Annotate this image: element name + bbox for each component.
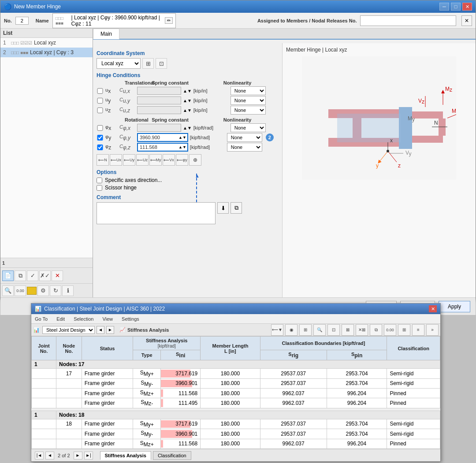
new-button[interactable]: 📄 [2, 270, 14, 281]
assigned-delete-button[interactable]: ✕ [461, 15, 472, 26]
nonlin-uz[interactable]: None [231, 106, 266, 115]
scissor-hinge-check[interactable] [97, 185, 102, 191]
close-button[interactable]: ✕ [462, 3, 472, 11]
checkbox-ux[interactable] [97, 88, 104, 94]
comment-expand-btn[interactable]: ⬇ [217, 202, 229, 214]
copy-button[interactable]: ⧉ [15, 270, 26, 281]
sub-tool-6[interactable]: ⊠ [342, 324, 354, 336]
input-phix[interactable] [137, 124, 181, 132]
sub-tool-7[interactable]: ✕⊠ [356, 324, 368, 336]
coord-btn2[interactable]: ⊡ [156, 58, 167, 69]
sub-tool-10[interactable]: ⊞ [398, 324, 410, 336]
coord-btn1[interactable]: ⊞ [142, 58, 154, 69]
hinge-icon-vx[interactable]: ⟵Vx [163, 154, 175, 166]
hinge-icon-phy[interactable]: ⟵φy [176, 154, 188, 166]
comment-area: ⬇ ⧉ [97, 202, 279, 224]
hinge-icon-cross[interactable]: ⊕ [189, 154, 201, 166]
spin-uz[interactable]: ▲▼ [183, 108, 192, 113]
input-uz[interactable] [137, 106, 181, 114]
hinge-icon-uz[interactable]: ⟵Uz [136, 154, 149, 166]
list-item[interactable]: 2 □□□ ■■■ Local xyz | Cφy : 3 [0, 48, 93, 57]
tab-bar: Main [93, 29, 476, 40]
search-button[interactable]: 🔍 [2, 285, 14, 296]
apply-button[interactable]: Apply [439, 301, 470, 312]
sub-nav-next[interactable]: ► [106, 326, 114, 334]
nav-prev[interactable]: ◄ [45, 452, 54, 459]
specific-axes-check[interactable] [97, 178, 102, 183]
sub-tool-3[interactable]: ⊞ [299, 324, 312, 336]
sub-toolbar-select[interactable]: Steel Joint Design [42, 326, 95, 334]
sub-tool-4[interactable]: 🔍 [313, 324, 326, 336]
table-row[interactable]: 18 Frame girder SMy+ 3717.619 180.000 29… [32, 419, 440, 429]
sub-tool-5[interactable]: ⊡ [327, 324, 340, 336]
menu-settings[interactable]: Settings [120, 315, 141, 322]
restore-button[interactable]: □ [451, 3, 461, 11]
spin-phix[interactable]: ▲▼ [183, 126, 192, 130]
comment-copy-btn[interactable]: ⧉ [231, 202, 242, 214]
menu-edit[interactable]: Edit [55, 315, 67, 322]
refresh-button[interactable]: ↻ [50, 285, 61, 296]
checkbox-phiy[interactable] [97, 135, 104, 141]
sub-tool-9[interactable]: 0.00 [384, 324, 396, 336]
color-button[interactable] [27, 287, 37, 295]
info-button[interactable]: ℹ [62, 285, 74, 296]
decimal-button[interactable]: 0.00 [15, 285, 26, 296]
edit-name-button[interactable]: ✏ [165, 17, 173, 24]
sub-nav-prev[interactable]: ◄ [97, 326, 104, 334]
sub-tool-2[interactable]: ◉ [285, 324, 298, 336]
tab-main[interactable]: Main [93, 29, 119, 39]
spin-phiy[interactable]: ▲▼ [178, 135, 187, 140]
table-row[interactable]: Frame girder SMz+ 111.568 180.000 9962.0… [32, 439, 440, 448]
col-srig: Srig [260, 350, 327, 360]
sub-tool-8[interactable]: ⧉ [370, 324, 382, 336]
hinge-icon-n[interactable]: ⟵N [97, 154, 109, 166]
list-item[interactable]: 1 □□□ ☑☑☑ Local xyz [0, 38, 93, 48]
comment-textarea[interactable] [97, 202, 216, 224]
delete-button[interactable]: ✕ [52, 270, 63, 281]
sub-tool-11[interactable]: ≡ [412, 324, 424, 336]
sub-close-button[interactable]: ✕ [429, 305, 437, 312]
hinge-icon-uy[interactable]: ⟵Uy [123, 154, 135, 166]
hinge-icon-my[interactable]: ⟵My [149, 154, 162, 166]
hinge-icon-ux[interactable]: ⟵Ux [110, 154, 122, 166]
input-ux[interactable] [137, 87, 181, 95]
nonlin-phiy[interactable]: None [227, 133, 262, 142]
input-phiz[interactable] [138, 144, 178, 151]
nonlin-ux[interactable]: None [231, 86, 266, 95]
table-row[interactable]: Frame girder SMz+ 111.568 180.000 9962.0… [32, 388, 440, 398]
menu-selection[interactable]: Selection [72, 315, 95, 322]
hinge-icon-toolbar: ⟵N ⟵Ux ⟵Uy ⟵Uz ⟵My ⟵Vx ⟵φy ⊕ [97, 154, 279, 166]
table-row[interactable]: Frame girder SMy- 3960.901 180.000 29537… [32, 378, 440, 388]
main-dialog: 🔵 New Member Hinge ─ □ ✕ No. 2 Name □□□ … [0, 0, 476, 300]
table-row[interactable]: Frame girder SMz- 111.495 180.000 9962.0… [32, 398, 440, 408]
table-row[interactable]: 17 Frame girder SMy+ 3717.619 180.000 29… [32, 369, 440, 378]
nav-last[interactable]: ►| [84, 452, 93, 459]
phiy-highlight-box: ▲▼ [137, 133, 188, 142]
minimize-button[interactable]: ─ [439, 3, 449, 11]
check-button[interactable]: ✓ [27, 270, 38, 281]
spin-phiz[interactable]: ▲▼ [178, 145, 187, 149]
spin-uy[interactable]: ▲▼ [183, 98, 192, 103]
x-check-button[interactable]: ✗✓ [39, 270, 51, 281]
checkbox-uz[interactable] [97, 107, 104, 113]
tab-stiffness-analysis[interactable]: Stiffness Analysis [100, 451, 151, 460]
settings-button[interactable]: ⚙ [37, 285, 49, 296]
spin-ux[interactable]: ▲▼ [183, 89, 192, 93]
nav-next[interactable]: ► [74, 452, 82, 459]
checkbox-uy[interactable] [97, 98, 104, 104]
sub-tool-12[interactable]: » [426, 324, 439, 336]
input-phiy[interactable] [138, 134, 178, 141]
coordinate-select[interactable]: Local xyz [97, 58, 141, 69]
sub-tool-1[interactable]: ⟵▼ [271, 324, 283, 336]
nonlin-uy[interactable]: None [231, 96, 266, 105]
menu-goto[interactable]: Go To [33, 315, 49, 322]
nonlin-phiz[interactable]: None [227, 143, 262, 152]
tab-classification[interactable]: Classification [153, 451, 191, 460]
menu-view[interactable]: View [100, 315, 115, 322]
nonlin-phix[interactable]: None [231, 123, 266, 132]
checkbox-phix[interactable] [97, 125, 104, 131]
input-uy[interactable] [137, 96, 181, 104]
table-row[interactable]: Frame girder SMy- 3960.901 180.000 29537… [32, 429, 440, 439]
nav-first[interactable]: |◄ [35, 452, 44, 459]
checkbox-phiz[interactable] [97, 144, 104, 150]
